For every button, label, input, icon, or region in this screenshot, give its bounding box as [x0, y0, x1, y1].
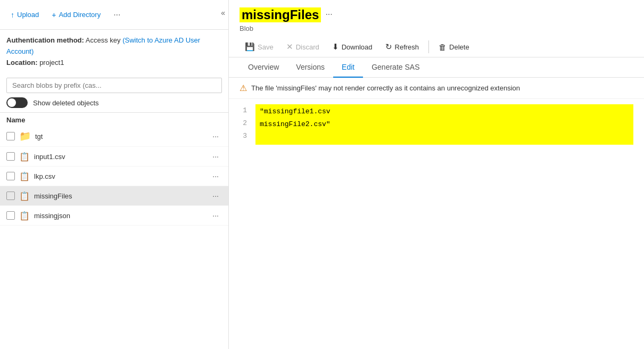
show-deleted-toggle[interactable]	[6, 97, 28, 108]
location-label: Location:	[6, 59, 38, 67]
file-more-missingfiles[interactable]: ···	[209, 190, 222, 201]
toolbar-divider	[428, 40, 429, 53]
right-panel: missingFiles ··· Blob 💾 Save ✕ Discard ⬇…	[229, 0, 644, 349]
file-more-lkpcsv[interactable]: ···	[209, 171, 222, 181]
search-input[interactable]	[6, 78, 222, 93]
discard-button[interactable]: ✕ Discard	[281, 39, 325, 55]
tab-versions[interactable]: Versions	[287, 57, 333, 78]
warning-text: The file 'missingFiles' may not render c…	[251, 84, 520, 92]
upload-icon: ↑	[11, 11, 14, 19]
tab-edit[interactable]: Edit	[333, 57, 363, 78]
delete-button[interactable]: 🗑 Delete	[433, 39, 475, 55]
code-line-3	[260, 131, 629, 144]
folder-icon: 📁	[19, 130, 31, 142]
blob-icon-missingfiles: 📋	[19, 191, 30, 201]
editor-area[interactable]: 1 2 3 "missingfile1.csv missingFile2.csv…	[229, 99, 644, 349]
file-item-input1csv[interactable]: 📋 input1.csv ···	[0, 147, 228, 167]
toolbar-more-button[interactable]: ···	[109, 8, 125, 22]
delete-icon: 🗑	[439, 43, 447, 52]
file-more-input1csv[interactable]: ···	[209, 151, 222, 162]
csv-icon-input1: 📋	[19, 152, 30, 162]
warning-bar: ⚠ The file 'missingFiles' may not render…	[229, 78, 644, 99]
search-area: Show deleted objects	[0, 73, 228, 112]
file-checkbox-missingfiles[interactable]	[6, 192, 15, 200]
file-name-missingjson: missingjson	[34, 212, 205, 220]
show-deleted-label: Show deleted objects	[33, 99, 99, 107]
file-checkbox-input1csv[interactable]	[6, 152, 15, 161]
line-num-3: 3	[243, 130, 247, 143]
file-checkbox-lkpcsv[interactable]	[6, 172, 15, 180]
file-checkbox-missingjson[interactable]	[6, 211, 15, 220]
csv-icon-lkp: 📋	[19, 171, 30, 181]
location-line: Location: project1	[6, 57, 222, 69]
code-content[interactable]: "missingfile1.csv missingFile2.csv"	[255, 104, 633, 145]
discard-icon: ✕	[286, 42, 293, 52]
line-numbers: 1 2 3	[240, 104, 255, 344]
file-name-lkpcsv: lkp.csv	[34, 172, 205, 180]
file-list: 📁 tgt ··· 📋 input1.csv ··· 📋 lkp.csv ···…	[0, 126, 228, 349]
refresh-icon: ↻	[385, 42, 392, 52]
upload-button[interactable]: ↑ Upload	[6, 7, 43, 22]
file-title-area: missingFiles ···	[229, 0, 644, 24]
auth-section: Authentication method: Access key (Switc…	[0, 30, 228, 73]
save-icon: 💾	[245, 42, 255, 52]
file-type-label: Blob	[229, 24, 644, 37]
code-line-1: "missingfile1.csv	[260, 105, 629, 118]
file-item-missingfiles[interactable]: 📋 missingFiles ···	[0, 186, 228, 206]
file-item-tgt[interactable]: 📁 tgt ···	[0, 126, 228, 147]
show-deleted-row: Show deleted objects	[6, 97, 222, 108]
file-item-missingjson[interactable]: 📋 missingjson ···	[0, 206, 228, 226]
file-checkbox-tgt[interactable]	[6, 132, 15, 140]
line-num-2: 2	[243, 117, 247, 130]
file-name-tgt: tgt	[35, 132, 205, 140]
json-icon-missingjson: 📋	[19, 211, 30, 221]
tab-overview[interactable]: Overview	[240, 57, 287, 78]
file-more-tgt[interactable]: ···	[209, 131, 222, 142]
file-name-missingfiles: missingFiles	[34, 192, 205, 200]
download-icon: ⬇	[332, 42, 339, 52]
add-icon: +	[52, 11, 56, 19]
tabs-row: Overview Versions Edit Generate SAS	[229, 57, 644, 78]
line-num-1: 1	[243, 104, 247, 117]
location-value: project1	[39, 59, 64, 67]
refresh-button[interactable]: ↻ Refresh	[380, 39, 425, 55]
left-panel: ↑ Upload + Add Directory ··· « Authentic…	[0, 0, 229, 349]
right-toolbar: 💾 Save ✕ Discard ⬇ Download ↻ Refresh 🗑 …	[229, 37, 644, 57]
warning-icon: ⚠	[240, 83, 247, 93]
file-more-missingjson[interactable]: ···	[209, 210, 222, 221]
file-name-input1csv: input1.csv	[34, 153, 205, 161]
add-directory-button[interactable]: + Add Directory	[47, 7, 105, 22]
code-line-2: missingFile2.csv"	[260, 118, 629, 131]
file-list-header: Name	[0, 112, 228, 126]
file-item-lkpcsv[interactable]: 📋 lkp.csv ···	[0, 167, 228, 186]
download-button[interactable]: ⬇ Download	[327, 39, 378, 55]
left-toolbar: ↑ Upload + Add Directory ··· «	[0, 0, 228, 30]
auth-method-label: Authentication method:	[6, 36, 84, 44]
save-button[interactable]: 💾 Save	[240, 39, 279, 55]
collapse-panel-button[interactable]: «	[218, 6, 228, 19]
auth-method-value: Access key	[86, 36, 121, 44]
auth-method-line: Authentication method: Access key (Switc…	[6, 35, 222, 57]
tab-generate-sas[interactable]: Generate SAS	[363, 57, 428, 78]
file-title: missingFiles	[240, 7, 321, 22]
title-more-button[interactable]: ···	[325, 10, 332, 19]
